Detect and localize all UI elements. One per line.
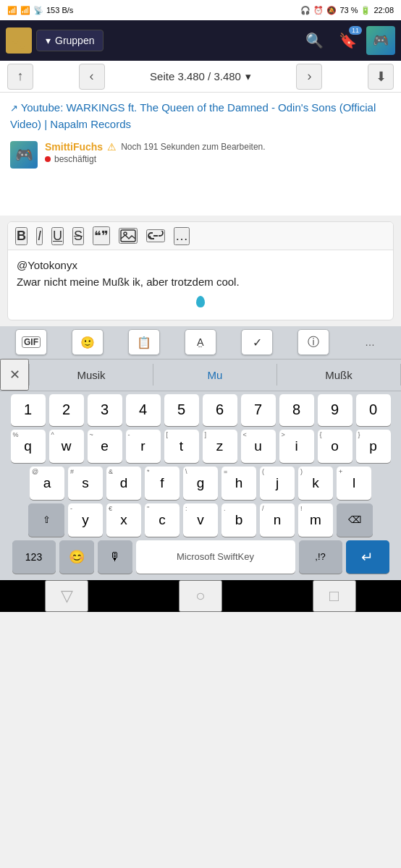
key-5[interactable]: 5 — [164, 394, 199, 426]
key-w[interactable]: ^w — [49, 430, 84, 463]
translate-button[interactable]: A̤ — [185, 329, 216, 355]
youtube-link[interactable]: Youtube: WARKINGS ft. The Queen of the D… — [10, 100, 391, 132]
next-page-button[interactable]: › — [296, 64, 322, 90]
backspace-icon: ⌫ — [348, 514, 361, 525]
check-icon: ✓ — [253, 336, 262, 349]
top-nav: ▾ Gruppen 🔍 🔖 11 🎮 — [0, 20, 401, 61]
more-icon: … — [365, 336, 375, 348]
key-l[interactable]: +l — [337, 467, 371, 500]
page-info[interactable]: Seite 3.480 / 3.480 ▾ — [150, 70, 251, 83]
key-z[interactable]: ]z — [203, 430, 237, 463]
strikethrough-button[interactable]: S — [72, 227, 84, 245]
shift-button[interactable]: ⇧ — [28, 503, 64, 537]
key-1[interactable]: 1 — [11, 394, 46, 426]
avatar[interactable]: 🎮 — [366, 26, 395, 55]
key-0[interactable]: 0 — [356, 394, 391, 426]
key-n[interactable]: /n — [260, 503, 295, 537]
key-e[interactable]: ~e — [88, 430, 122, 463]
key-x[interactable]: €x — [106, 503, 141, 537]
key-h[interactable]: =h — [221, 467, 256, 500]
gif-button[interactable]: GIF — [15, 329, 47, 355]
key-4[interactable]: 4 — [126, 394, 161, 426]
search-button[interactable]: 🔍 — [300, 26, 329, 55]
key-r[interactable]: -r — [126, 430, 161, 463]
more-kb-button[interactable]: … — [354, 329, 386, 355]
quote-button[interactable]: ❝❞ — [93, 226, 110, 245]
key-s[interactable]: #s — [68, 467, 103, 500]
key-p[interactable]: }p — [356, 430, 391, 463]
back-button[interactable]: ▽ — [45, 580, 88, 612]
editor-content[interactable]: @YotokonyxZwar nicht meine Mußk ik, aber… — [8, 250, 393, 320]
key-9[interactable]: 9 — [318, 394, 353, 426]
key-g[interactable]: \g — [183, 467, 218, 500]
key-2[interactable]: 2 — [49, 394, 84, 426]
mic-button[interactable]: 🎙 — [98, 540, 132, 574]
chat-area: Youtube: WARKINGS ft. The Queen of the D… — [0, 93, 401, 216]
key-y[interactable]: -y — [68, 503, 103, 537]
recent-button[interactable]: □ — [313, 580, 356, 612]
key-m[interactable]: !m — [298, 503, 333, 537]
number-row: 1 2 3 4 5 6 7 8 9 0 — [1, 394, 400, 426]
bold-button[interactable]: B — [15, 227, 28, 245]
key-t[interactable]: [t — [164, 430, 199, 463]
special-label: ,!? — [315, 551, 325, 562]
signal-icon-1: 📶 — [7, 6, 17, 15]
clock: 22:08 — [373, 6, 394, 14]
autocomplete-word-2[interactable]: Mu — [153, 369, 277, 381]
bookmark-button[interactable]: 🔖 11 — [333, 26, 362, 55]
link-button[interactable] — [146, 229, 165, 242]
autocomplete-word-3[interactable]: Mußk — [277, 369, 400, 381]
check-button[interactable]: ✓ — [241, 329, 273, 355]
key-k[interactable]: )k — [298, 467, 333, 500]
emoji-button[interactable]: 😊 — [59, 540, 94, 574]
key-7[interactable]: 7 — [241, 394, 276, 426]
space-button[interactable]: Microsoft SwiftKey — [136, 540, 295, 574]
key-8[interactable]: 8 — [279, 394, 314, 426]
key-u[interactable]: <u — [241, 430, 276, 463]
home-button[interactable]: ○ — [179, 580, 222, 612]
underline-button[interactable]: U — [51, 227, 64, 245]
key-6[interactable]: 6 — [203, 394, 237, 426]
enter-button[interactable]: ↵ — [346, 540, 389, 574]
prev-page-button[interactable]: ‹ — [79, 64, 105, 90]
autocomplete-word-1[interactable]: Musik — [30, 369, 153, 381]
image-button[interactable] — [119, 228, 138, 244]
brand-icon[interactable] — [6, 27, 32, 54]
scroll-top-icon: ↑ — [17, 69, 24, 84]
backspace-button[interactable]: ⌫ — [337, 503, 373, 537]
italic-button[interactable]: I — [36, 227, 43, 245]
number-switch-button[interactable]: 123 — [12, 540, 56, 574]
key-f[interactable]: *f — [145, 467, 180, 500]
svg-marker-3 — [20, 46, 25, 50]
key-o[interactable]: {o — [318, 430, 353, 463]
key-b[interactable]: .b — [221, 503, 256, 537]
key-d[interactable]: &d — [106, 467, 141, 500]
key-j[interactable]: (j — [260, 467, 295, 500]
editor-wrapper: B I U S ❝❞ … @YotokonyxZwar nicht meine … — [7, 221, 394, 320]
prev-icon: ‹ — [90, 69, 94, 84]
close-icon: ✕ — [9, 367, 20, 383]
badge-count: 11 — [349, 26, 362, 35]
key-i[interactable]: >i — [279, 430, 314, 463]
key-3[interactable]: 3 — [88, 394, 122, 426]
sticker-button[interactable]: 🙂 — [72, 329, 104, 355]
special-chars-button[interactable]: ,!? — [299, 540, 342, 574]
download-button[interactable]: ⬇ — [368, 64, 394, 90]
key-q[interactable]: %q — [11, 430, 46, 463]
qwerty-row-3: ⇧ -y €x "c :v .b /n !m ⌫ — [1, 503, 400, 537]
key-v[interactable]: :v — [183, 503, 218, 537]
mic-icon: 🎙 — [109, 550, 121, 563]
more-toolbar-button[interactable]: … — [174, 227, 190, 245]
user-avatar: 🎮 — [10, 141, 38, 169]
scroll-top-button[interactable]: ↑ — [7, 64, 33, 90]
key-c[interactable]: "c — [145, 503, 180, 537]
key-a[interactable]: @a — [30, 467, 64, 500]
info-button[interactable]: ⓘ — [297, 329, 329, 355]
headphone-icon: 🎧 — [300, 6, 311, 15]
group-selector-button[interactable]: ▾ Gruppen — [36, 30, 104, 51]
autocomplete-close-button[interactable]: ✕ — [0, 359, 29, 391]
clipboard-button[interactable]: 📋 — [128, 329, 160, 355]
pagination-bar: ↑ ‹ Seite 3.480 / 3.480 ▾ › ⬇ — [0, 61, 401, 93]
qwerty-row-2: @a #s &d *f \g =h (j )k +l — [1, 467, 400, 500]
editor-toolbar: B I U S ❝❞ … — [8, 222, 393, 250]
